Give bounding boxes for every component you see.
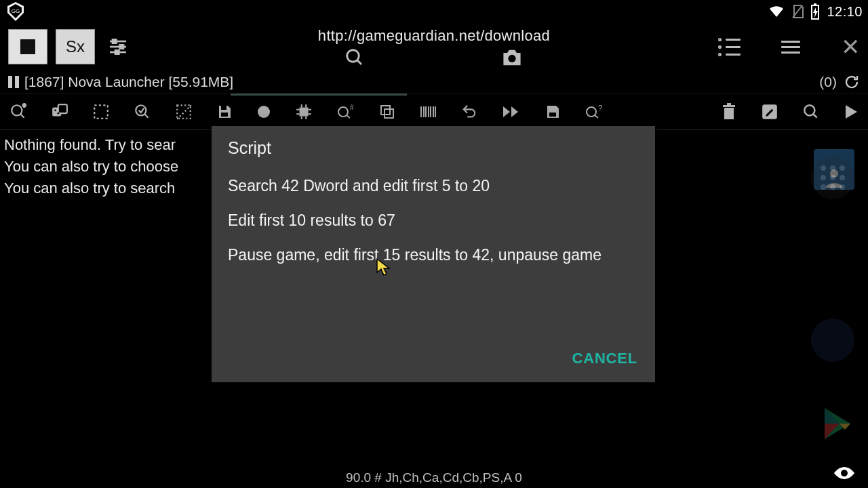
cancel-button[interactable]: CANCEL <box>572 350 637 367</box>
svg-point-15 <box>508 55 515 62</box>
url-text: http://gameguardian.net/download <box>318 27 550 45</box>
refine-search-icon[interactable] <box>134 103 151 121</box>
svg-point-62 <box>804 105 814 115</box>
svg-text:*: * <box>23 103 26 112</box>
browser-app-icon <box>811 319 854 362</box>
record-icon[interactable] <box>256 104 271 119</box>
svg-rect-60 <box>727 103 731 105</box>
stop-button[interactable] <box>8 29 47 64</box>
svg-rect-20 <box>58 104 67 113</box>
svg-point-71 <box>841 470 848 476</box>
svg-rect-43 <box>384 109 393 118</box>
dialog-title: Script <box>228 138 639 158</box>
menu-icon[interactable] <box>781 41 800 54</box>
select-group-icon[interactable] <box>92 103 110 121</box>
marquee-icon[interactable] <box>175 103 193 121</box>
svg-text:?: ? <box>598 104 602 112</box>
process-text: [1867] Nova Launcher [55.91MB] <box>24 74 233 90</box>
svg-rect-10 <box>113 39 116 43</box>
refresh-icon[interactable] <box>844 74 860 90</box>
svg-point-13 <box>347 50 359 62</box>
svg-point-55 <box>587 107 596 117</box>
edit-icon[interactable] <box>761 103 778 121</box>
number-search-icon[interactable]: # <box>336 103 355 121</box>
svg-rect-44 <box>381 106 390 115</box>
wifi-icon <box>768 5 785 18</box>
app-drawer-icon <box>811 156 854 199</box>
no-sim-icon <box>791 4 804 19</box>
undo-icon[interactable] <box>460 104 478 119</box>
svg-rect-12 <box>115 50 119 54</box>
barcode-icon[interactable] <box>419 104 437 119</box>
svg-text:#: # <box>350 104 354 111</box>
svg-rect-54 <box>549 113 556 117</box>
svg-point-40 <box>338 107 348 117</box>
visibility-icon[interactable] <box>833 465 856 481</box>
play-store-icon <box>822 407 853 441</box>
svg-rect-29 <box>221 113 228 117</box>
svg-marker-52 <box>503 106 510 117</box>
script-option-3[interactable]: Pause game, edit first 15 results to 42,… <box>228 246 639 264</box>
trash-icon[interactable] <box>721 103 737 121</box>
tab-underline <box>231 94 407 96</box>
battery-charging-icon <box>810 3 820 20</box>
svg-rect-5 <box>814 3 816 5</box>
svg-point-21 <box>54 109 56 111</box>
footer-status: 90.0 # Jh,Ch,Ca,Cd,Cb,PS,A 0 <box>346 470 522 485</box>
svg-rect-23 <box>94 105 108 119</box>
clock-text: 12:10 <box>827 4 863 20</box>
svg-rect-31 <box>300 107 309 116</box>
save-as-icon[interactable] <box>545 104 561 120</box>
settings-sliders-icon[interactable] <box>107 36 129 58</box>
svg-rect-28 <box>221 106 226 110</box>
pause-icon[interactable] <box>8 76 19 88</box>
script-dialog: Script Search 42 Dword and edit first 5 … <box>212 126 655 382</box>
help-search-icon[interactable]: ? <box>585 103 604 121</box>
dice-icon[interactable] <box>51 103 68 121</box>
svg-line-14 <box>357 60 361 64</box>
mouse-cursor-icon <box>376 258 392 277</box>
svg-rect-59 <box>723 105 735 107</box>
svg-marker-53 <box>511 106 518 117</box>
svg-line-17 <box>20 114 24 117</box>
play-icon[interactable] <box>844 104 859 120</box>
svg-line-41 <box>347 115 350 118</box>
script-option-2[interactable]: Edit first 10 results to 67 <box>228 211 639 230</box>
svg-point-16 <box>12 105 22 115</box>
svg-rect-26 <box>177 105 191 119</box>
close-icon[interactable]: ✕ <box>841 35 860 58</box>
new-search-icon[interactable]: * <box>9 103 27 121</box>
svg-line-27 <box>177 105 191 119</box>
svg-point-22 <box>57 112 59 114</box>
svg-marker-70 <box>377 259 389 275</box>
script-option-1[interactable]: Search 42 Dword and edit first 5 to 20 <box>228 177 639 195</box>
camera-icon[interactable] <box>500 48 524 67</box>
svg-marker-64 <box>846 105 857 119</box>
svg-line-56 <box>595 115 598 118</box>
save-icon[interactable] <box>216 104 233 120</box>
svg-line-25 <box>144 114 148 117</box>
search-toolbar-icon[interactable] <box>802 103 820 121</box>
result-count: (0) <box>819 74 837 90</box>
chip-icon[interactable] <box>295 103 313 121</box>
sx-button[interactable]: Sx <box>56 29 95 64</box>
fast-forward-icon[interactable] <box>502 104 521 119</box>
svg-marker-6 <box>813 7 818 18</box>
svg-point-24 <box>136 105 146 115</box>
svg-rect-58 <box>724 108 734 119</box>
svg-point-30 <box>258 106 270 118</box>
list-icon[interactable] <box>718 38 741 56</box>
svg-text:GG: GG <box>12 8 20 14</box>
gameguardian-logo-icon: GG <box>5 1 26 22</box>
search-icon[interactable] <box>344 47 365 68</box>
copy-icon[interactable] <box>379 104 395 120</box>
svg-rect-11 <box>120 45 123 48</box>
tool-toolbar: * # ? <box>0 94 868 130</box>
svg-line-63 <box>813 114 816 117</box>
